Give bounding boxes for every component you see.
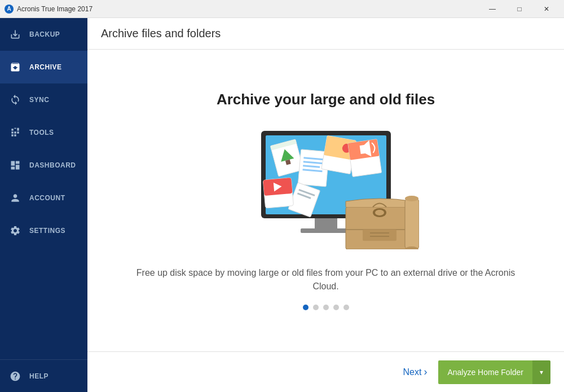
description-text: Free up disk space by moving large or ol… (129, 266, 523, 293)
pagination-dot-5[interactable] (343, 305, 349, 310)
content-header: Archive files and folders (87, 18, 564, 50)
pagination-dot-1[interactable] (303, 305, 309, 310)
sidebar-item-dashboard[interactable]: DASHBOARD (0, 149, 87, 182)
sidebar-item-sync-label: SYNC (29, 96, 49, 104)
sidebar-item-settings[interactable]: SETTINGS (0, 214, 87, 247)
backup-icon (9, 28, 21, 41)
next-chevron-icon: › (424, 366, 427, 378)
next-button[interactable]: Next › (396, 362, 434, 382)
sidebar-item-sync[interactable]: SYNC (0, 83, 87, 116)
dropdown-chevron-icon: ▾ (540, 368, 543, 376)
content-area: Archive your large and old files (87, 50, 564, 351)
pagination-dot-3[interactable] (323, 305, 329, 310)
sync-icon (9, 94, 21, 106)
settings-icon (9, 224, 21, 237)
sidebar-item-help[interactable]: HELP (0, 359, 87, 392)
content-footer: Next › Analyze Home Folder ▾ (87, 351, 564, 392)
sidebar-item-dashboard-label: DASHBOARD (29, 161, 76, 169)
tools-icon (9, 126, 21, 139)
app-icon: A (5, 5, 14, 14)
analyze-button[interactable]: Analyze Home Folder (438, 360, 532, 384)
titlebar-title: Acronis True Image 2017 (17, 5, 479, 13)
sidebar-item-archive[interactable]: ARCHIVE (0, 51, 87, 83)
sidebar-item-settings-label: SETTINGS (29, 227, 65, 235)
sidebar-item-tools[interactable]: TOOLS (0, 116, 87, 149)
sidebar-item-account[interactable]: ACCOUNT (0, 182, 87, 214)
maximize-button[interactable]: □ (506, 0, 532, 18)
svg-rect-28 (363, 230, 396, 241)
page-title: Archive files and folders (101, 27, 221, 40)
svg-rect-3 (301, 228, 351, 233)
sidebar-help-label: HELP (29, 372, 49, 380)
main-content: Archive files and folders Archive your l… (87, 18, 564, 392)
sidebar-item-backup-label: BACKUP (29, 30, 60, 38)
pagination-dots (303, 305, 349, 310)
next-label: Next (403, 367, 421, 377)
app-body: BACKUP ARCHIVE SYNC TOOLS DASHBOARD (0, 18, 564, 392)
archive-illustration (233, 125, 419, 249)
window-controls: — □ ✕ (479, 0, 559, 18)
sidebar-item-archive-label: ARCHIVE (29, 63, 62, 71)
close-button[interactable]: ✕ (534, 0, 559, 18)
pagination-dot-2[interactable] (313, 305, 319, 310)
analyze-dropdown-button[interactable]: ▾ (532, 360, 550, 384)
archive-icon (9, 61, 21, 73)
svg-rect-2 (315, 218, 337, 230)
analyze-btn-wrapper: Analyze Home Folder ▾ (438, 360, 550, 384)
sidebar: BACKUP ARCHIVE SYNC TOOLS DASHBOARD (0, 18, 87, 392)
svg-rect-33 (405, 199, 419, 249)
sidebar-item-tools-label: TOOLS (29, 129, 54, 136)
footer-right: Next › Analyze Home Folder ▾ (396, 360, 550, 384)
sidebar-item-account-label: ACCOUNT (29, 194, 65, 202)
titlebar: A Acronis True Image 2017 — □ ✕ (0, 0, 564, 18)
svg-point-32 (375, 210, 384, 215)
pagination-dot-4[interactable] (333, 305, 339, 310)
sidebar-item-backup[interactable]: BACKUP (0, 18, 87, 51)
minimize-button[interactable]: — (479, 0, 505, 18)
account-icon (9, 192, 21, 204)
svg-point-34 (405, 196, 418, 201)
help-icon (9, 370, 21, 382)
dashboard-icon (9, 159, 21, 171)
main-heading: Archive your large and old files (217, 91, 435, 108)
